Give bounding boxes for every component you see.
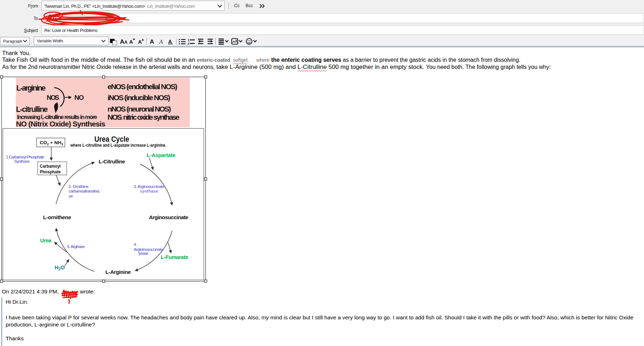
svg-text:A: A	[129, 39, 133, 45]
svg-text:L-Citrulline: L-Citrulline	[99, 158, 125, 164]
svg-text:NO (Nitrix Oxide) Synthesis: NO (Nitrix Oxide) Synthesis	[16, 120, 105, 128]
svg-text:se: se	[69, 194, 73, 198]
svg-text:A: A	[124, 39, 128, 45]
svg-text:synthase: synthase	[140, 189, 158, 193]
svg-text:A: A	[138, 39, 142, 45]
svg-text:A: A	[159, 39, 163, 45]
svg-text:L-arginine: L-arginine	[16, 84, 46, 92]
svg-text:L-citrulline: L-citrulline	[16, 105, 48, 114]
svg-text:Synthase: Synthase	[14, 159, 30, 163]
svg-text:A: A	[120, 38, 124, 45]
svg-text:carbamoyltransfera: carbamoyltransfera	[69, 189, 100, 193]
svg-text:Increasing L-citrulline result: Increasing L-citrulline results in more	[17, 114, 97, 120]
svg-text:L-Arginine: L-Arginine	[105, 269, 131, 275]
svg-text:L-Fumarate: L-Fumarate	[161, 254, 188, 260]
svg-text:NOS: NOS	[47, 94, 60, 101]
svg-text:L-ornithene: L-ornithene	[43, 214, 71, 220]
svg-text:Urea Cycle: Urea Cycle	[94, 135, 129, 144]
svg-text:L-Aspartate: L-Aspartate	[147, 152, 176, 158]
svg-text:Urea: Urea	[40, 237, 51, 243]
svg-text:lysase: lysase	[138, 251, 148, 255]
svg-text:eNOS (endothelial NOS): eNOS (endothelial NOS)	[108, 82, 177, 91]
svg-text:Phosphate: Phosphate	[40, 169, 61, 174]
svg-text:iNOS (inducible NOS): iNOS (inducible NOS)	[108, 93, 170, 102]
svg-text:A: A	[150, 38, 154, 45]
svg-text:where L-citrulline and L-aspat: where L-citrulline and L-aspatate increa…	[70, 143, 166, 148]
svg-text:NO: NO	[75, 94, 84, 101]
svg-text:4.: 4.	[134, 242, 137, 247]
svg-text:1: 1	[188, 38, 189, 42]
svg-text:2. Ornithine: 2. Ornithine	[69, 184, 89, 189]
svg-text:CO2 + NH3: CO2 + NH3	[40, 140, 63, 146]
svg-text:5. Arginase: 5. Arginase	[67, 244, 85, 249]
svg-text:NOS: nitric oxide synthase: NOS: nitric oxide synthase	[108, 113, 180, 121]
svg-text:2: 2	[188, 42, 189, 45]
svg-text:3. Arginosuccinate: 3. Arginosuccinate	[134, 184, 164, 189]
svg-text:1.Carbamoyl Phosphate: 1.Carbamoyl Phosphate	[6, 155, 44, 159]
svg-text:Arginosuccinate: Arginosuccinate	[149, 214, 188, 220]
svg-text:Carbamoyl: Carbamoyl	[40, 163, 61, 169]
svg-text:nNOS (neuronal NOS): nNOS (neuronal NOS)	[108, 105, 171, 113]
svg-text:A: A	[168, 39, 172, 44]
